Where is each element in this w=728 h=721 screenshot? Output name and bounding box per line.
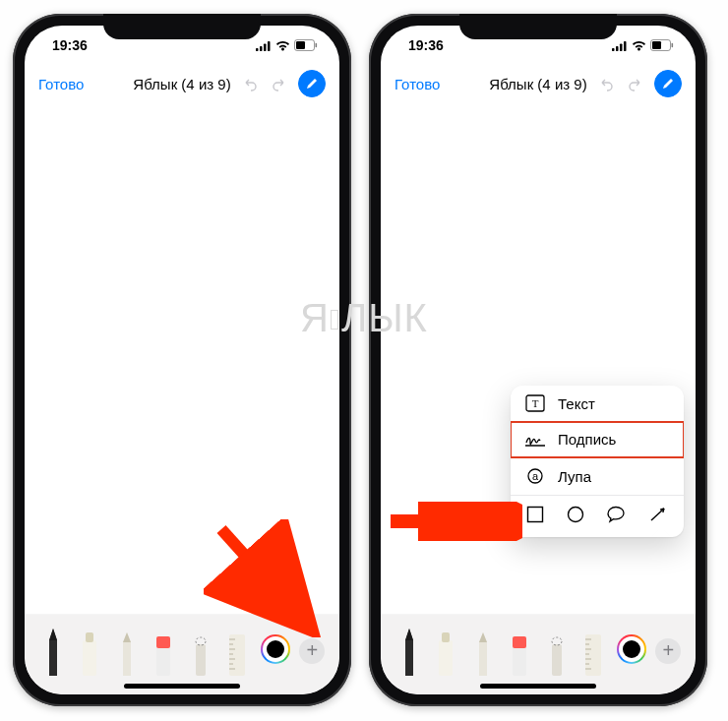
svg-rect-5 <box>296 41 305 49</box>
ruler-tool[interactable] <box>579 629 607 676</box>
svg-rect-0 <box>256 48 259 51</box>
svg-rect-36 <box>439 640 453 676</box>
redo-button[interactable] <box>625 73 646 94</box>
wifi-icon <box>275 40 290 51</box>
undo-button[interactable] <box>239 73 261 94</box>
svg-text:a: a <box>532 470 539 482</box>
markup-toolbar: + <box>381 614 696 694</box>
pen-tool[interactable] <box>39 629 67 676</box>
done-button[interactable]: Готово <box>38 76 84 92</box>
svg-rect-37 <box>442 632 450 642</box>
svg-point-34 <box>568 508 582 522</box>
shape-circle[interactable] <box>567 506 584 527</box>
svg-rect-11 <box>196 644 206 676</box>
menu-item-text[interactable]: T Текст <box>511 386 684 422</box>
svg-rect-1 <box>260 46 263 51</box>
eraser-tool[interactable] <box>150 629 177 676</box>
shape-square[interactable] <box>526 506 544 527</box>
color-picker-button[interactable] <box>261 634 290 664</box>
lasso-tool[interactable] <box>543 629 571 676</box>
svg-rect-23 <box>616 46 619 51</box>
redo-button[interactable] <box>269 73 290 94</box>
svg-rect-38 <box>513 646 526 676</box>
markup-button[interactable] <box>654 70 682 97</box>
svg-rect-42 <box>585 634 601 676</box>
svg-point-41 <box>552 637 562 645</box>
annotation-arrow-left <box>204 519 322 637</box>
svg-rect-22 <box>612 48 615 51</box>
pen-tool[interactable] <box>395 629 423 676</box>
phone-frame-right: 19:36 Готово Яблык (4 из 9) <box>369 14 707 706</box>
pencil-tool[interactable] <box>469 629 497 676</box>
menu-item-label: Текст <box>558 395 595 412</box>
notch <box>459 14 617 39</box>
add-menu-popup: T Текст Подпись a Лупа <box>511 386 684 537</box>
status-time: 19:36 <box>52 37 88 53</box>
marker-tool[interactable] <box>432 629 459 676</box>
battery-icon <box>294 39 318 51</box>
menu-item-signature[interactable]: Подпись <box>511 422 684 457</box>
add-button[interactable]: + <box>299 638 325 664</box>
svg-rect-7 <box>83 640 96 676</box>
svg-rect-2 <box>264 43 267 51</box>
cellular-icon <box>612 40 628 51</box>
svg-line-21 <box>221 529 290 606</box>
battery-icon <box>650 39 674 51</box>
text-icon: T <box>524 394 546 412</box>
svg-rect-25 <box>624 41 627 51</box>
svg-rect-6 <box>316 43 318 48</box>
home-indicator[interactable] <box>480 684 596 689</box>
menu-item-label: Подпись <box>558 431 616 448</box>
svg-rect-27 <box>652 41 661 49</box>
nav-bar: Готово Яблык (4 из 9) <box>25 65 339 102</box>
phone-frame-left: 19:36 Готово Яблык (4 из 9) <box>13 14 351 706</box>
svg-rect-39 <box>513 636 526 648</box>
menu-shapes-row <box>511 496 684 537</box>
annotation-arrow-right <box>385 502 522 541</box>
svg-rect-13 <box>229 634 245 676</box>
svg-rect-40 <box>552 644 562 676</box>
cellular-icon <box>256 40 272 51</box>
notch <box>103 14 261 39</box>
undo-button[interactable] <box>595 73 617 94</box>
marker-tool[interactable] <box>76 629 103 676</box>
shape-arrow[interactable] <box>648 506 668 527</box>
signature-icon <box>524 432 546 448</box>
home-indicator[interactable] <box>124 684 240 689</box>
markup-button[interactable] <box>298 70 326 97</box>
svg-point-12 <box>196 637 206 645</box>
status-time: 19:36 <box>408 37 444 53</box>
page-title: Яблык (4 из 9) <box>489 76 586 92</box>
svg-rect-28 <box>672 43 674 48</box>
svg-rect-3 <box>268 41 271 51</box>
nav-bar: Готово Яблык (4 из 9) <box>381 65 696 102</box>
svg-text:T: T <box>532 397 539 409</box>
page-title: Яблык (4 из 9) <box>133 76 230 92</box>
svg-line-35 <box>651 509 664 520</box>
pencil-tool[interactable] <box>113 629 141 676</box>
eraser-tool[interactable] <box>506 629 533 676</box>
shape-speech-bubble[interactable] <box>606 506 626 527</box>
menu-item-magnifier[interactable]: a Лупа <box>511 457 684 496</box>
svg-rect-8 <box>86 632 93 642</box>
add-button[interactable]: + <box>655 638 681 664</box>
svg-rect-33 <box>528 508 543 522</box>
svg-rect-10 <box>156 636 170 648</box>
done-button[interactable]: Готово <box>394 76 440 92</box>
svg-rect-24 <box>620 43 623 51</box>
magnifier-icon: a <box>524 466 546 486</box>
wifi-icon <box>632 40 646 51</box>
svg-rect-9 <box>156 646 170 676</box>
menu-item-label: Лупа <box>558 468 591 485</box>
color-picker-button[interactable] <box>617 634 646 664</box>
